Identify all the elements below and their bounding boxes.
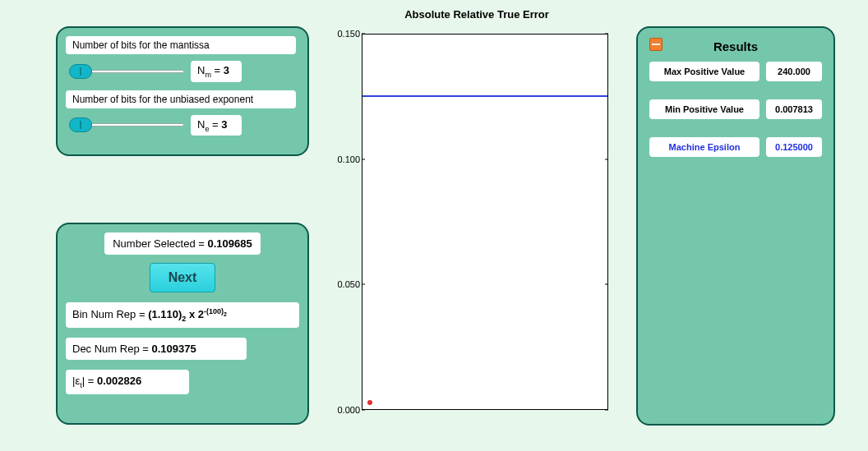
exponent-slider-row: Ne = 3 [66, 115, 299, 136]
plot-frame [362, 34, 608, 410]
error-point [367, 400, 372, 405]
results-panel: Results Max Positive Value 240.000 Min P… [636, 26, 835, 426]
mantissa-var: Nm = [197, 64, 224, 76]
bin-rep-box: Bin Num Rep = (1.110)2 x 2-(100)2 [66, 302, 299, 328]
epsilon-label: |εt| = [72, 375, 97, 387]
bin-rep-label: Bin Num Rep = [72, 308, 145, 320]
min-pos-label: Min Positive Value [649, 99, 760, 119]
mach-eps-label: Machine Epsilon [649, 137, 760, 157]
mach-eps-value: 0.125000 [766, 137, 822, 157]
results-title: Results [713, 39, 758, 53]
y-tick-label: 0.100 [329, 154, 360, 164]
mantissa-slider[interactable] [69, 66, 184, 77]
epsilon-value: 0.002826 [97, 375, 141, 387]
exponent-value-box: Ne = 3 [191, 115, 242, 136]
chart-title: Absolute Relative True Error [329, 8, 625, 21]
next-button[interactable]: Next [150, 263, 216, 292]
max-pos-row: Max Positive Value 240.000 [646, 62, 825, 81]
min-pos-row: Min Positive Value 0.007813 [646, 99, 825, 119]
representation-panel: Number Selected = 0.109685 Next Bin Num … [56, 223, 309, 425]
mantissa-slider-row: Nm = 3 [66, 61, 299, 82]
dec-rep-label: Dec Num Rep = [72, 343, 149, 355]
dec-rep-box: Dec Num Rep = 0.109375 [66, 338, 247, 360]
y-tick-label: 0.150 [329, 29, 360, 39]
min-pos-value: 0.007813 [766, 99, 822, 119]
dec-rep-value: 0.109375 [151, 343, 196, 355]
mach-eps-row: Machine Epsilon 0.125000 [646, 137, 825, 157]
y-tick-label: 0.000 [329, 405, 360, 415]
mantissa-value-box: Nm = 3 [191, 61, 242, 82]
exponent-value: 3 [221, 118, 227, 131]
exponent-label: Number of bits for the unbiased exponent [66, 90, 296, 108]
chart-area: Absolute Relative True Error 0.0000.0500… [329, 8, 625, 435]
mantissa-slider-thumb[interactable] [69, 64, 92, 79]
bin-rep-value: (1.110)2 x 2-(100)2 [148, 308, 227, 320]
mantissa-value: 3 [224, 64, 229, 76]
exponent-slider-thumb[interactable] [69, 117, 92, 132]
epsilon-box: |εt| = 0.002826 [66, 370, 189, 394]
exponent-var: Ne = [197, 118, 221, 131]
number-selected-value: 0.109685 [208, 237, 252, 250]
number-selected-box: Number Selected = 0.109685 [104, 232, 261, 255]
number-selected-label: Number Selected = [113, 237, 205, 250]
results-header: Results [646, 36, 825, 62]
machine-epsilon-line [362, 95, 607, 97]
collapse-icon[interactable] [649, 38, 663, 51]
y-tick-label: 0.050 [329, 279, 360, 289]
chart-body: 0.0000.0500.1000.150 [329, 24, 625, 426]
max-pos-value: 240.000 [766, 62, 822, 81]
exponent-slider[interactable] [69, 119, 184, 131]
parameters-panel: Number of bits for the mantissa Nm = 3 N… [56, 26, 309, 156]
max-pos-label: Max Positive Value [649, 62, 760, 81]
mantissa-label: Number of bits for the mantissa [66, 36, 296, 54]
